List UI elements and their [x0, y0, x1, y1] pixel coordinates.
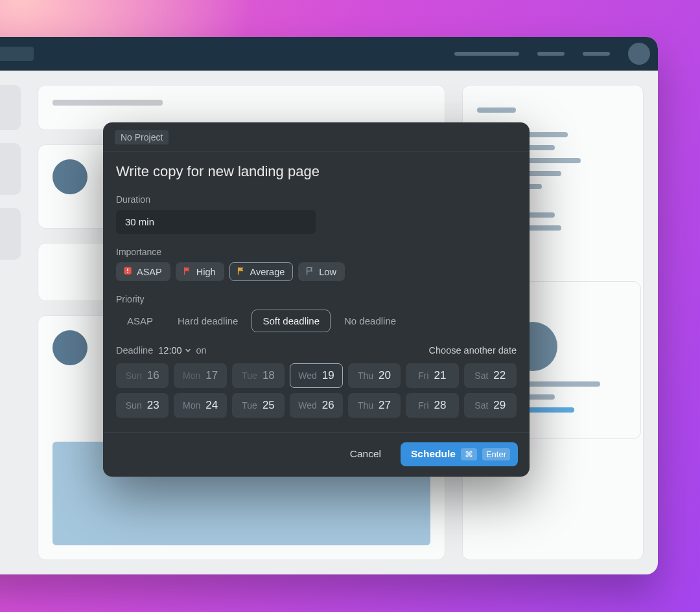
- priority-option-label: ASAP: [127, 315, 153, 326]
- date-num: 27: [379, 399, 391, 412]
- date-dow: Sun: [126, 370, 142, 381]
- sidebar-block: [0, 85, 21, 130]
- avatar: [628, 43, 650, 65]
- flag-icon: [123, 266, 132, 277]
- date-dow: Sat: [474, 400, 488, 411]
- date-grid: Sun16Mon17Tue18Wed19Thu20Fri21Sat22Sun23…: [116, 363, 517, 418]
- date-dow: Thu: [358, 400, 373, 411]
- date-dow: Mon: [183, 400, 200, 411]
- date-cell-17[interactable]: Mon17: [174, 363, 226, 388]
- importance-option-label: ASAP: [137, 267, 162, 277]
- date-dow: Wed: [298, 370, 317, 381]
- flag-icon: [183, 266, 192, 277]
- importance-option-low[interactable]: Low: [298, 262, 345, 281]
- placeholder-circle: [52, 159, 88, 194]
- date-cell-25[interactable]: Tue25: [232, 393, 285, 418]
- deadline-row: Deadline 12:00 on Choose another date: [116, 345, 517, 356]
- date-num: 16: [147, 369, 159, 382]
- placeholder-line: [477, 108, 516, 113]
- importance-option-average[interactable]: Average: [229, 262, 294, 281]
- date-num: 17: [205, 369, 218, 382]
- priority-section: Priority ASAPHard deadlineSoft deadlineN…: [116, 294, 517, 332]
- date-cell-23[interactable]: Sun23: [116, 393, 169, 418]
- date-cell-22[interactable]: Sat22: [464, 363, 517, 388]
- modal-header: No Project: [103, 122, 530, 152]
- date-cell-21[interactable]: Fri21: [406, 363, 458, 388]
- date-cell-29[interactable]: Sat29: [464, 393, 517, 418]
- date-cell-18[interactable]: Tue18: [232, 363, 285, 388]
- flag-icon: [237, 266, 246, 277]
- date-num: 19: [322, 369, 334, 382]
- date-num: 29: [493, 399, 506, 412]
- priority-option-label: No deadline: [344, 315, 396, 326]
- placeholder-line: [52, 100, 163, 106]
- shortcut-modifier-badge: ⌘: [461, 448, 477, 460]
- date-dow: Fri: [418, 400, 428, 411]
- importance-option-high[interactable]: High: [176, 262, 224, 281]
- importance-label: Importance: [116, 247, 517, 257]
- project-chip[interactable]: No Project: [115, 130, 169, 144]
- date-dow: Tue: [242, 400, 257, 411]
- date-cell-26[interactable]: Wed26: [290, 393, 342, 418]
- date-dow: Sat: [474, 370, 488, 381]
- priority-option-label: Soft deadline: [262, 315, 320, 326]
- priority-label: Priority: [116, 294, 517, 304]
- sidebar-block: [0, 208, 21, 260]
- date-num: 20: [379, 369, 391, 382]
- deadline-label: Deadline: [116, 345, 153, 356]
- importance-option-label: High: [196, 267, 216, 277]
- deadline-time-picker[interactable]: 12:00: [158, 345, 191, 356]
- task-title: Write copy for new landing page: [116, 163, 517, 180]
- priority-option-soft-deadline[interactable]: Soft deadline: [251, 310, 331, 332]
- date-dow: Mon: [183, 370, 200, 381]
- date-num: 22: [493, 369, 506, 382]
- date-cell-19[interactable]: Wed19: [290, 363, 342, 388]
- date-num: 21: [434, 369, 447, 382]
- importance-option-label: Average: [250, 267, 285, 277]
- date-cell-16[interactable]: Sun16: [116, 363, 169, 388]
- duration-input[interactable]: [116, 210, 316, 234]
- importance-option-label: Low: [319, 267, 336, 277]
- date-cell-28[interactable]: Fri28: [406, 393, 458, 418]
- date-num: 18: [262, 369, 275, 382]
- deadline-time-value: 12:00: [158, 345, 181, 356]
- date-num: 24: [205, 399, 218, 412]
- shortcut-key-badge: Enter: [482, 448, 510, 460]
- placeholder-circle: [52, 330, 88, 365]
- cancel-button[interactable]: Cancel: [341, 442, 390, 466]
- app-header: [0, 37, 658, 71]
- date-cell-27[interactable]: Thu27: [348, 393, 401, 418]
- date-cell-24[interactable]: Mon24: [174, 393, 226, 418]
- importance-section: Importance ASAPHighAverageLow: [116, 247, 517, 281]
- choose-another-date-link[interactable]: Choose another date: [429, 345, 517, 356]
- importance-option-asap[interactable]: ASAP: [116, 262, 170, 281]
- chevron-down-icon: [185, 347, 191, 354]
- duration-section: Duration: [116, 194, 517, 234]
- svg-rect-1: [127, 269, 128, 271]
- date-dow: Tue: [242, 370, 257, 381]
- svg-rect-2: [127, 272, 128, 273]
- priority-option-hard-deadline[interactable]: Hard deadline: [167, 310, 249, 332]
- deadline-on-label: on: [196, 345, 207, 356]
- header-placeholder: [583, 52, 610, 56]
- app-header-pill: [0, 47, 34, 61]
- date-cell-20[interactable]: Thu20: [348, 363, 401, 388]
- date-num: 25: [262, 399, 275, 412]
- date-dow: Wed: [298, 400, 317, 411]
- date-dow: Fri: [418, 370, 428, 381]
- schedule-task-modal: No Project Write copy for new landing pa…: [103, 122, 530, 477]
- sidebar-block: [0, 143, 21, 195]
- date-dow: Sun: [126, 400, 142, 411]
- modal-footer: Cancel Schedule ⌘ Enter: [103, 432, 530, 477]
- priority-option-label: Hard deadline: [178, 315, 238, 326]
- schedule-button-label: Schedule: [411, 448, 456, 460]
- header-placeholder: [537, 52, 565, 56]
- schedule-button[interactable]: Schedule ⌘ Enter: [401, 442, 518, 466]
- date-dow: Thu: [358, 370, 373, 381]
- priority-option-asap[interactable]: ASAP: [116, 310, 164, 332]
- flag-icon: [305, 266, 314, 277]
- priority-option-no-deadline[interactable]: No deadline: [333, 310, 407, 332]
- sidebar: [0, 85, 21, 560]
- date-num: 28: [434, 399, 447, 412]
- date-num: 23: [147, 399, 159, 412]
